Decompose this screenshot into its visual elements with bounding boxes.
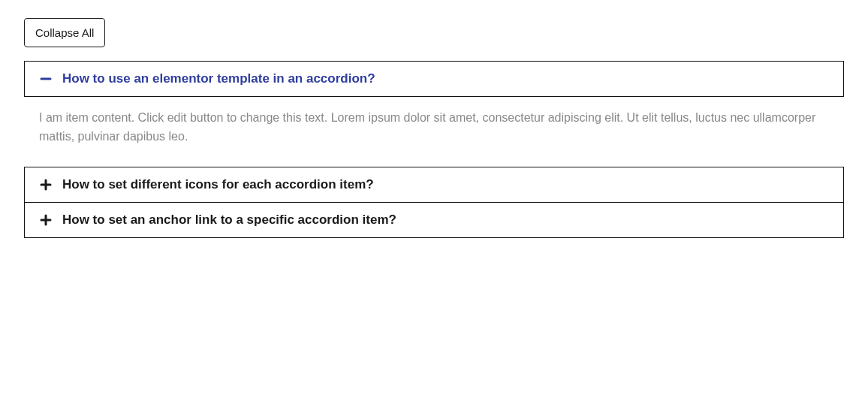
plus-icon: [40, 214, 52, 226]
accordion-title: How to set different icons for each acco…: [62, 176, 374, 193]
accordion-item: How to use an elementor template in an a…: [24, 61, 844, 97]
accordion-header[interactable]: How to set different icons for each acco…: [25, 167, 843, 202]
accordion-content: I am item content. Click edit button to …: [24, 97, 844, 160]
accordion-title: How to use an elementor template in an a…: [62, 71, 375, 87]
plus-icon: [40, 179, 52, 191]
accordion-item: How to set different icons for each acco…: [24, 167, 844, 203]
collapse-all-button[interactable]: Collapse All: [24, 18, 105, 47]
accordion-header[interactable]: How to use an elementor template in an a…: [25, 62, 843, 96]
accordion-item: How to set an anchor link to a specific …: [24, 202, 844, 238]
minus-icon: [40, 73, 52, 85]
accordion-title: How to set an anchor link to a specific …: [62, 212, 396, 228]
accordion: How to use an elementor template in an a…: [24, 61, 844, 238]
accordion-header[interactable]: How to set an anchor link to a specific …: [25, 203, 843, 237]
